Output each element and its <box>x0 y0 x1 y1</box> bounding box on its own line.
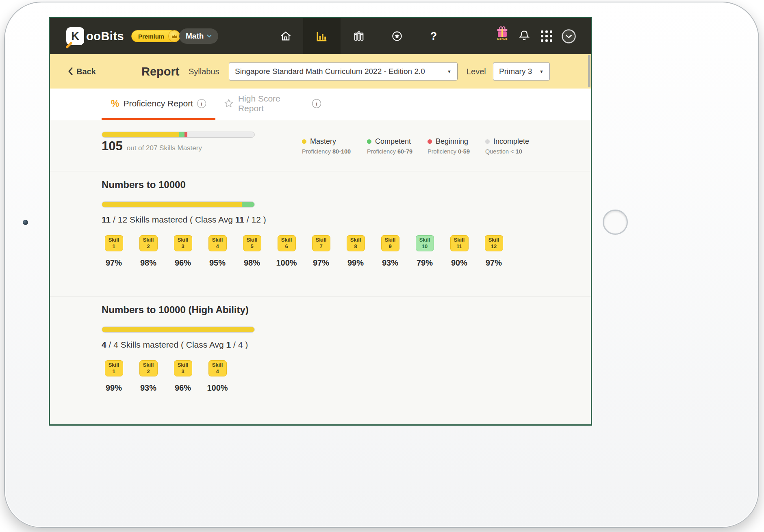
skill-percentage: 97% <box>313 258 329 268</box>
tab-label: High Score Report <box>238 94 308 113</box>
tablet-home-button[interactable] <box>603 210 628 235</box>
tab-label: Proficiency Report <box>123 99 193 108</box>
pencil-icon <box>65 41 73 49</box>
subject-dropdown[interactable]: Math <box>179 28 218 44</box>
skill-chip[interactable]: Skill12 <box>485 235 503 251</box>
bonus-gift-button[interactable]: Bonus <box>495 26 509 41</box>
skill-column: Skill993% <box>378 235 402 268</box>
apps-grid-button[interactable] <box>541 30 552 42</box>
chevron-left-icon <box>68 67 73 76</box>
skill-column: Skill4100% <box>205 360 230 393</box>
level-dropdown[interactable]: Primary 3 ▼ <box>493 62 550 80</box>
info-icon[interactable]: i <box>312 99 321 108</box>
skill-column: Skill1079% <box>412 235 437 268</box>
logo-k-icon: K <box>66 27 84 45</box>
skill-chip[interactable]: Skill2 <box>139 235 158 251</box>
account-menu-button[interactable] <box>561 29 576 45</box>
skill-column: Skill797% <box>309 235 333 268</box>
skill-percentage: 97% <box>486 258 502 268</box>
subject-label: Math <box>186 32 204 41</box>
nav-library[interactable] <box>340 18 378 54</box>
koobits-logo[interactable]: K ooBits <box>66 27 124 45</box>
skill-chip[interactable]: Skill4 <box>208 235 227 251</box>
skill-chip[interactable]: Skill4 <box>208 360 227 376</box>
skill-chip[interactable]: Skill7 <box>312 235 330 251</box>
info-icon[interactable]: i <box>197 99 206 108</box>
skill-percentage: 100% <box>207 383 228 393</box>
legend-dot <box>428 139 432 144</box>
skill-column: Skill199% <box>102 360 126 393</box>
report-tabs: % Proficiency Report i High Score Report… <box>50 89 591 120</box>
back-label: Back <box>76 67 96 76</box>
syllabus-dropdown[interactable]: Singapore Standard Math Curriculum 2022 … <box>229 62 458 80</box>
bar-segment <box>102 327 254 332</box>
bar-segment <box>242 202 254 207</box>
caret-down-icon: ▼ <box>447 69 451 74</box>
legend-dot <box>302 139 306 144</box>
legend-desc-value: 80-100 <box>332 148 351 155</box>
skill-column: Skill298% <box>136 235 161 268</box>
scrollbar-thumb[interactable] <box>588 55 590 87</box>
skill-percentage: 96% <box>175 383 191 393</box>
premium-badge[interactable]: Premium <box>131 30 177 42</box>
skill-column: Skill495% <box>205 235 230 268</box>
skill-percentage: 96% <box>175 258 191 268</box>
section-title: Numbers to 10000 <box>102 179 591 190</box>
skill-chip[interactable]: Skill8 <box>347 235 365 251</box>
skills-row: Skill197%Skill298%Skill396%Skill495%Skil… <box>102 235 591 268</box>
topic-section-numbers-to-10000: Numbers to 10000 11 / 12 Skills mastered… <box>50 171 591 296</box>
legend-desc: Question < <box>485 148 516 155</box>
skill-chip[interactable]: Skill1 <box>105 235 123 251</box>
star-icon <box>224 98 234 109</box>
skill-column: Skill1297% <box>482 235 506 268</box>
section-caption: 4 / 4 Skills mastered ( Class Avg 1 / 4 … <box>102 340 591 350</box>
skill-chip[interactable]: Skill2 <box>139 360 158 376</box>
skill-chip[interactable]: Skill9 <box>381 235 399 251</box>
chevron-down-icon <box>207 35 212 38</box>
topic-progress-bar <box>102 327 255 333</box>
legend-desc: Proficiency <box>428 148 458 155</box>
nav-home[interactable] <box>267 18 304 54</box>
premium-label: Premium <box>138 33 164 40</box>
nav-rewards[interactable] <box>378 18 416 54</box>
topic-section-numbers-to-10000-high-ability: Numbers to 10000 (High Ability) 4 / 4 Sk… <box>50 296 591 424</box>
logo-k-letter: K <box>71 30 79 43</box>
skill-percentage: 93% <box>382 258 398 268</box>
legend-mastery: Mastery Proficiency 80-100 <box>302 137 351 155</box>
skill-chip[interactable]: Skill3 <box>174 360 192 376</box>
topic-progress-bar <box>102 201 255 208</box>
app-screen: K ooBits Premium Math <box>49 17 592 426</box>
skills-row: Skill199%Skill293%Skill396%Skill4100% <box>102 360 591 393</box>
skill-chip[interactable]: Skill3 <box>174 235 192 251</box>
skill-percentage: 90% <box>451 258 467 268</box>
skill-column: Skill293% <box>136 360 161 393</box>
mastery-count-value: 105 <box>102 139 123 154</box>
skill-column: Skill197% <box>102 235 126 268</box>
caret-down-icon: ▼ <box>539 69 544 74</box>
back-button[interactable]: Back <box>68 67 96 76</box>
notifications-button[interactable] <box>518 29 530 43</box>
section-caption: 11 / 12 Skills mastered ( Class Avg 11 /… <box>102 215 591 225</box>
skill-chip[interactable]: Skill10 <box>416 235 434 251</box>
screenshot-canvas: K ooBits Premium Math <box>0 0 764 532</box>
legend-desc-value: 10 <box>516 148 522 155</box>
skill-column: Skill6100% <box>274 235 299 268</box>
legend-desc-value: 60-79 <box>397 148 412 155</box>
skill-chip[interactable]: Skill5 <box>243 235 261 251</box>
skill-column: Skill396% <box>171 235 195 268</box>
skill-percentage: 79% <box>417 258 433 268</box>
tab-high-score-report[interactable]: High Score Report i <box>224 89 321 119</box>
skill-percentage: 99% <box>106 383 122 393</box>
skill-chip[interactable]: Skill11 <box>450 235 469 251</box>
skill-chip[interactable]: Skill6 <box>278 235 296 251</box>
home-icon <box>280 30 292 42</box>
skill-chip[interactable]: Skill1 <box>105 360 123 376</box>
legend-name: Mastery <box>310 137 336 146</box>
nav-help[interactable]: ? <box>415 18 452 54</box>
legend-name: Competent <box>375 137 411 146</box>
skill-percentage: 93% <box>140 383 156 393</box>
bar-segment <box>102 132 179 137</box>
nav-report[interactable] <box>303 18 341 54</box>
legend-incomplete: Incomplete Question < 10 <box>485 137 529 155</box>
tab-proficiency-report[interactable]: % Proficiency Report i <box>102 89 215 119</box>
